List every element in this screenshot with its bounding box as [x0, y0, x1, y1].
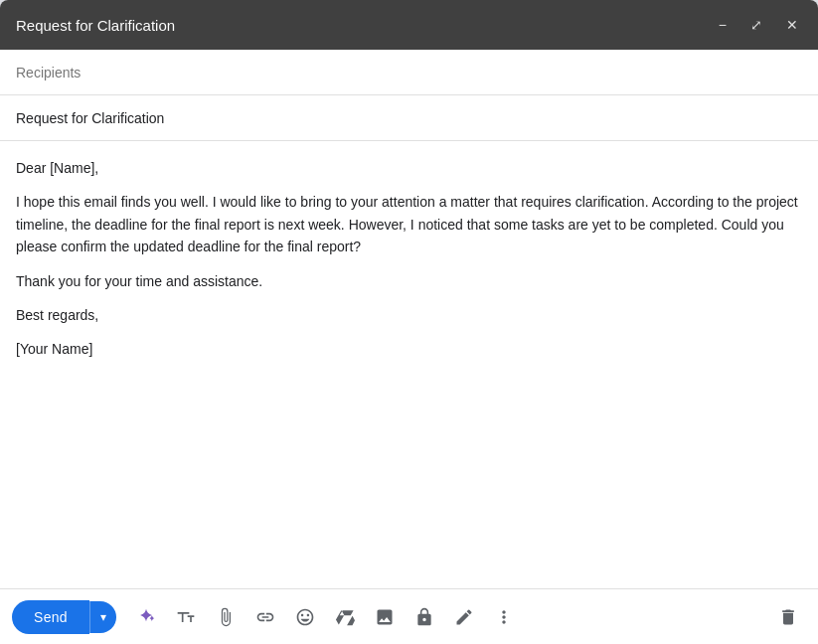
format-text-icon	[176, 607, 196, 627]
attach-file-button[interactable]	[208, 601, 244, 633]
gemini-icon	[136, 607, 156, 627]
signature-button[interactable]	[446, 601, 482, 633]
photo-icon	[375, 607, 395, 627]
paragraph3: Best regards,	[16, 304, 802, 326]
confidential-button[interactable]	[407, 601, 442, 633]
minimize-button[interactable]: −	[715, 16, 731, 34]
drive-icon	[335, 607, 355, 627]
more-options-button[interactable]	[486, 601, 522, 633]
body-area[interactable]: Dear [Name], I hope this email finds you…	[0, 141, 818, 588]
attach-icon	[216, 607, 236, 627]
body-editor[interactable]: Dear [Name], I hope this email finds you…	[16, 157, 802, 580]
close-button[interactable]: ✕	[782, 16, 802, 34]
recipients-row	[0, 50, 818, 95]
send-group: Send ▾	[12, 600, 116, 634]
window-title: Request for Clarification	[16, 17, 175, 34]
dropdown-arrow-icon: ▾	[100, 610, 106, 624]
emoji-icon	[295, 607, 315, 627]
paragraph1: I hope this email finds you well. I woul…	[16, 191, 802, 257]
compose-window: Request for Clarification − ⤢ ✕ Dear [Na…	[0, 0, 818, 644]
paragraph4: [Your Name]	[16, 338, 802, 360]
insert-link-button[interactable]	[247, 601, 283, 633]
emoji-button[interactable]	[287, 601, 323, 633]
ai-button[interactable]	[128, 601, 164, 633]
delete-draft-button[interactable]	[770, 601, 806, 633]
more-icon	[494, 607, 514, 627]
send-dropdown-button[interactable]: ▾	[89, 601, 116, 633]
link-icon	[255, 607, 275, 627]
format-text-button[interactable]	[168, 601, 204, 633]
recipients-input[interactable]	[16, 65, 802, 80]
lock-icon	[414, 607, 434, 627]
insert-photo-button[interactable]	[367, 601, 403, 633]
pen-icon	[454, 607, 474, 627]
maximize-button[interactable]: ⤢	[746, 16, 766, 34]
title-bar: Request for Clarification − ⤢ ✕	[0, 0, 818, 50]
compose-toolbar: Send ▾	[0, 588, 818, 644]
send-button[interactable]: Send	[12, 600, 89, 634]
subject-input[interactable]	[16, 110, 802, 126]
drive-button[interactable]	[327, 601, 363, 633]
trash-icon	[778, 607, 798, 627]
subject-row	[0, 95, 818, 141]
window-controls: − ⤢ ✕	[715, 16, 802, 34]
greeting: Dear [Name],	[16, 157, 802, 179]
paragraph2: Thank you for your time and assistance.	[16, 270, 802, 292]
